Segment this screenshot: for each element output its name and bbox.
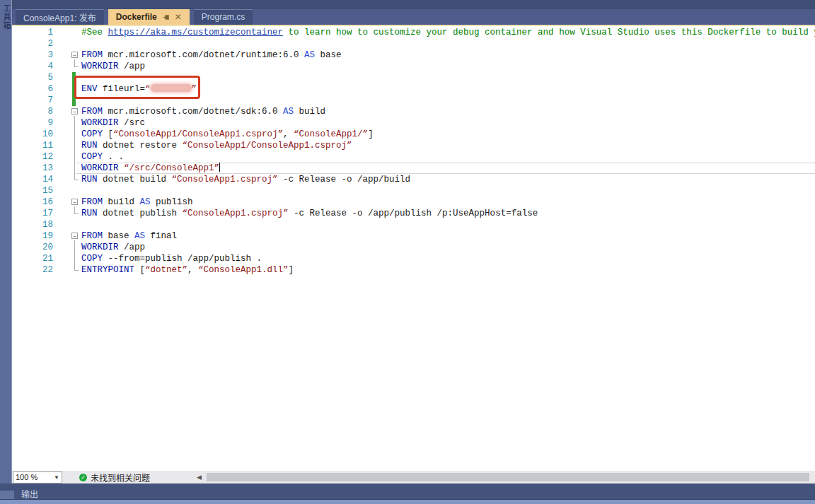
fold-margin: [53, 242, 81, 253]
code-line: 3−FROM mcr.microsoft.com/dotnet/runtime:…: [11, 49, 342, 61]
toolbox-rail-label[interactable]: 工具箱: [1, 4, 12, 30]
line-number: 7: [11, 95, 53, 106]
fold-margin: −: [53, 106, 81, 117]
fold-margin: [53, 27, 81, 38]
fold-margin: [53, 163, 81, 174]
tab-program-cs[interactable]: Program.cs: [194, 9, 253, 25]
code-line: 12COPY . .: [11, 151, 124, 163]
zoom-level-value: 100 %: [16, 473, 54, 481]
code-line: 15: [11, 185, 81, 197]
code-text: FROM mcr.microsoft.com/dotnet/sdk:6.0 AS…: [81, 106, 325, 117]
code-line: 2: [11, 38, 81, 49]
code-line: 9WORKDIR /src: [11, 117, 145, 129]
code-text: RUN dotnet publish “ConsoleApp1.csproj” …: [81, 208, 538, 219]
code-line: 11RUN dotnet restore “ConsoleApp1/Consol…: [11, 140, 352, 151]
line-number: 4: [11, 61, 53, 72]
tab-dockerfile[interactable]: Dockerfile✕: [108, 9, 190, 25]
zoom-level-select[interactable]: 100 % ▼: [13, 471, 62, 484]
line-number: 6: [11, 83, 53, 95]
line-number: 3: [11, 49, 53, 61]
line-number: 5: [11, 72, 53, 83]
fold-guide-line: [74, 59, 75, 66]
code-text: RUN dotnet build “ConsoleApp1.csproj” -c…: [81, 174, 410, 185]
fold-margin: −: [53, 197, 81, 208]
fold-margin: [53, 117, 81, 129]
line-number: 20: [11, 242, 53, 253]
code-text: FROM mcr.microsoft.com/dotnet/runtime:6.…: [81, 49, 342, 61]
panel-splitter-bar[interactable]: [0, 500, 815, 504]
code-line: 22ENTRYPOINT [“dotnet”, “ConsoleApp1.dll…: [11, 264, 294, 276]
code-line: 1#See https://aka.ms/customizecontainer …: [11, 27, 815, 38]
code-text: WORKDIR /app: [81, 242, 145, 253]
fold-guide-line: [74, 240, 75, 270]
fold-guide-end: [74, 66, 79, 67]
line-number: 12: [11, 151, 53, 163]
pin-icon[interactable]: [163, 13, 170, 21]
health-status-text: 未找到相关问题: [91, 471, 150, 484]
line-number: 18: [11, 219, 53, 230]
code-text: COPY [“ConsoleApp1/ConsoleApp1.csproj”, …: [81, 129, 374, 140]
output-panel: 输出: [0, 484, 815, 504]
document-health-indicator[interactable]: ✓ 未找到相关问题: [79, 471, 150, 484]
text-cursor: [219, 163, 220, 172]
panel-gripper[interactable]: [0, 491, 14, 499]
editor-status-bar: 100 % ▼ ✓ 未找到相关问题 ◀: [11, 471, 815, 484]
line-number: 16: [11, 197, 53, 208]
code-line: 7: [11, 95, 81, 106]
code-line: 17RUN dotnet publish “ConsoleApp1.csproj…: [11, 208, 538, 219]
document-tab-strip: ConsoleApp1: 发布Dockerfile✕Program.cs: [11, 9, 815, 25]
tab-label: Program.cs: [202, 12, 245, 22]
fold-collapse-toggle[interactable]: −: [71, 199, 78, 205]
horizontal-scrollbar[interactable]: [204, 472, 815, 482]
code-line: 21COPY --from=publish /app/publish .: [11, 253, 262, 264]
tab-label: Dockerfile: [116, 12, 157, 22]
code-line: 16−FROM build AS publish: [11, 197, 193, 208]
fold-margin: [53, 38, 81, 49]
code-text: ENTRYPOINT [“dotnet”, “ConsoleApp1.dll”]: [81, 264, 294, 276]
code-line: 20WORKDIR /app: [11, 242, 145, 253]
chevron-down-icon: ▼: [54, 474, 59, 481]
fold-collapse-toggle[interactable]: −: [71, 233, 78, 239]
code-line: 18: [11, 219, 81, 230]
fold-collapse-toggle[interactable]: −: [71, 108, 78, 115]
code-line: 5: [11, 72, 81, 83]
fold-guide-end: [74, 180, 79, 180]
code-text: WORKDIR /src: [81, 117, 145, 129]
scroll-left-icon[interactable]: ◀: [197, 474, 202, 481]
code-text: COPY . .: [81, 151, 124, 163]
window-top-strip: [11, 0, 815, 9]
line-number: 9: [11, 117, 53, 129]
line-number: 21: [11, 253, 53, 264]
fold-margin: [53, 151, 81, 163]
line-number: 15: [11, 185, 53, 197]
horizontal-scrollbar-thumb[interactable]: [207, 473, 809, 481]
left-toolbox-rail[interactable]: 工具箱: [0, 0, 12, 484]
line-number: 19: [11, 230, 53, 242]
fold-margin: [53, 129, 81, 140]
fold-margin: −: [53, 230, 81, 242]
line-number: 22: [11, 264, 53, 276]
code-line: 8−FROM mcr.microsoft.com/dotnet/sdk:6.0 …: [11, 106, 325, 117]
tab-label: ConsoleApp1: 发布: [23, 11, 96, 23]
fold-guide-line: [74, 206, 75, 213]
code-text: RUN dotnet restore “ConsoleApp1/ConsoleA…: [81, 140, 352, 151]
line-number: 8: [11, 106, 53, 117]
check-circle-icon: ✓: [79, 474, 87, 481]
fold-margin: [53, 185, 81, 197]
line-number: 10: [11, 129, 53, 140]
line-number: 1: [11, 27, 53, 38]
code-editor[interactable]: 1#See https://aka.ms/customizecontainer …: [11, 26, 815, 471]
annotation-red-box: [74, 76, 200, 99]
code-line: 10COPY [“ConsoleApp1/ConsoleApp1.csproj”…: [11, 129, 374, 140]
code-text: WORKDIR /app: [81, 61, 145, 72]
line-number: 13: [11, 163, 53, 174]
code-text: FROM build AS publish: [81, 197, 193, 208]
line-number: 11: [11, 140, 53, 151]
fold-collapse-toggle[interactable]: −: [71, 52, 78, 58]
output-panel-title[interactable]: 输出: [21, 488, 38, 500]
fold-margin: [53, 219, 81, 230]
close-icon[interactable]: ✕: [175, 13, 182, 21]
line-number: 2: [11, 38, 53, 49]
tab-consoleapp1-[interactable]: ConsoleApp1: 发布: [16, 9, 104, 25]
code-text: #See https://aka.ms/customizecontainer t…: [81, 27, 815, 38]
